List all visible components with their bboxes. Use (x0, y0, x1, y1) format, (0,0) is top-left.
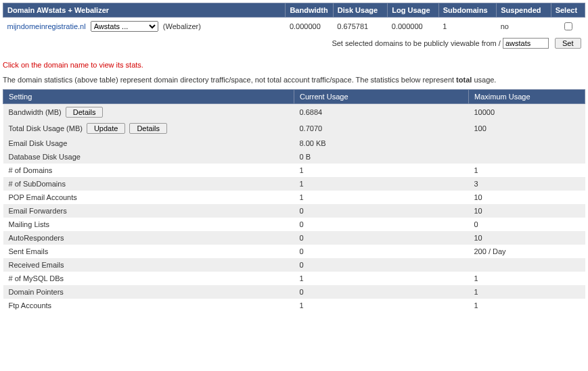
stats-setting-label: # of SubDomains (9, 180, 66, 188)
stats-setting-label: Sent Emails (9, 247, 49, 255)
stats-setting-label: Ftp Accounts (9, 301, 52, 310)
select-domain-checkbox[interactable] (564, 22, 572, 30)
col-domain: Domain AWstats + Webalizer (3, 3, 286, 18)
stats-max-cell: 3 (469, 177, 585, 191)
stats-setting-cell: Received Emails (3, 258, 294, 272)
stats-row: Received Emails0 (3, 258, 585, 272)
stats-max-cell: 100 (469, 120, 585, 137)
update-button[interactable]: Update (87, 123, 125, 134)
stats-setting-label: AutoResponders (9, 234, 64, 242)
stats-current-cell: 0 (294, 258, 469, 272)
stats-max-cell (469, 137, 585, 150)
col-select: Select (551, 3, 585, 18)
stats-current-cell: 1 (294, 272, 469, 285)
stats-setting-label: Domain Pointers (9, 288, 64, 296)
col-subdomains: Subdomains (438, 3, 496, 18)
stats-row: Email Disk Usage8.00 KB (3, 137, 585, 150)
col-disk: Disk Usage (333, 3, 387, 18)
cell-suspended: no (497, 18, 551, 36)
stats-max-cell: 1 (469, 299, 585, 312)
stats-row: Database Disk Usage0 B (3, 150, 585, 164)
col-max: Maximum Usage (469, 90, 585, 104)
stats-setting-label: Mailing Lists (9, 220, 50, 228)
stats-setting-cell: # of SubDomains (3, 177, 294, 191)
stats-max-cell (469, 150, 585, 164)
stats-type-select[interactable]: Awstats ... (91, 21, 158, 32)
stats-setting-label: # of Domains (9, 166, 53, 174)
stats-setting-cell: Domain Pointers (3, 285, 294, 299)
stats-row: Email Forwarders010 (3, 204, 585, 218)
stats-setting-label: Received Emails (9, 261, 64, 269)
stats-row: Bandwidth (MB)Details0.688410000 (3, 104, 585, 121)
stats-current-cell: 1 (294, 299, 469, 312)
stats-setting-cell: Total Disk Usage (MB)UpdateDetails (3, 120, 294, 137)
domain-table-row: mijndomeinregistratie.nl Awstats ... (We… (3, 18, 585, 36)
col-bandwidth: Bandwidth (286, 3, 333, 18)
stats-table: Setting Current Usage Maximum Usage Band… (3, 89, 585, 312)
stats-max-cell: 0 (469, 218, 585, 231)
stats-setting-cell: # of MySQL DBs (3, 272, 294, 285)
stats-row: AutoResponders010 (3, 231, 585, 245)
stats-max-cell: 1 (469, 272, 585, 285)
stats-setting-cell: Ftp Accounts (3, 299, 294, 312)
stats-setting-label: # of MySQL DBs (9, 274, 64, 282)
stats-max-cell: 1 (469, 164, 585, 177)
stats-max-cell: 200 / Day (469, 245, 585, 258)
stats-current-cell: 0 (294, 231, 469, 245)
stats-setting-cell: # of Domains (3, 164, 294, 177)
public-view-bar: Set selected domains to be publicly view… (3, 35, 585, 51)
stats-current-cell: 0.7070 (294, 120, 469, 137)
description-text: The domain statistics (above table) repr… (3, 76, 585, 84)
stats-setting-cell: Email Forwarders (3, 204, 294, 218)
stats-current-cell: 1 (294, 177, 469, 191)
stats-current-cell: 0 (294, 285, 469, 299)
stats-setting-label: Email Disk Usage (9, 139, 68, 147)
stats-setting-cell: Email Disk Usage (3, 137, 294, 150)
public-view-path-input[interactable] (503, 38, 549, 49)
stats-setting-label: Email Forwarders (9, 207, 67, 215)
stats-max-cell: 10 (469, 191, 585, 204)
stats-current-cell: 1 (294, 191, 469, 204)
stats-current-cell: 8.00 KB (294, 137, 469, 150)
domain-table: Domain AWstats + Webalizer Bandwidth Dis… (3, 3, 585, 51)
stats-max-cell (469, 258, 585, 272)
stats-setting-cell: Sent Emails (3, 245, 294, 258)
stats-current-cell: 1 (294, 164, 469, 177)
stats-row: Sent Emails0200 / Day (3, 245, 585, 258)
stats-max-cell: 10 (469, 231, 585, 245)
stats-max-cell: 10000 (469, 104, 585, 121)
stats-header-row: Setting Current Usage Maximum Usage (3, 90, 585, 104)
stats-current-cell: 0 (294, 204, 469, 218)
stats-row: # of SubDomains13 (3, 177, 585, 191)
stats-row: # of MySQL DBs11 (3, 272, 585, 285)
stats-current-cell: 0 (294, 245, 469, 258)
cell-subdomains: 1 (438, 18, 496, 36)
warning-text: Click on the domain name to view its sta… (3, 61, 585, 69)
stats-max-cell: 10 (469, 204, 585, 218)
col-suspended: Suspended (497, 3, 551, 18)
domain-table-header-row: Domain AWstats + Webalizer Bandwidth Dis… (3, 3, 585, 18)
stats-setting-cell: AutoResponders (3, 231, 294, 245)
details-button[interactable]: Details (66, 107, 104, 118)
stats-row: Total Disk Usage (MB)UpdateDetails0.7070… (3, 120, 585, 137)
stats-max-cell: 1 (469, 285, 585, 299)
domain-link[interactable]: mijndomeinregistratie.nl (7, 22, 86, 30)
stats-row: # of Domains11 (3, 164, 585, 177)
stats-row: Mailing Lists00 (3, 218, 585, 231)
details-button[interactable]: Details (129, 123, 167, 134)
stats-current-cell: 0.6884 (294, 104, 469, 121)
col-current: Current Usage (294, 90, 469, 104)
cell-disk: 0.675781 (333, 18, 387, 36)
webalizer-link[interactable]: (Webalizer) (163, 22, 201, 30)
cell-bandwidth: 0.000000 (286, 18, 333, 36)
stats-current-cell: 0 (294, 218, 469, 231)
stats-setting-label: Total Disk Usage (MB) (9, 124, 83, 132)
stats-current-cell: 0 B (294, 150, 469, 164)
stats-row: POP Email Accounts110 (3, 191, 585, 204)
stats-setting-label: POP Email Accounts (9, 193, 77, 201)
cell-log: 0.000000 (388, 18, 438, 36)
stats-row: Domain Pointers01 (3, 285, 585, 299)
stats-setting-cell: POP Email Accounts (3, 191, 294, 204)
set-button[interactable]: Set (555, 38, 581, 49)
stats-setting-cell: Bandwidth (MB)Details (3, 104, 294, 121)
